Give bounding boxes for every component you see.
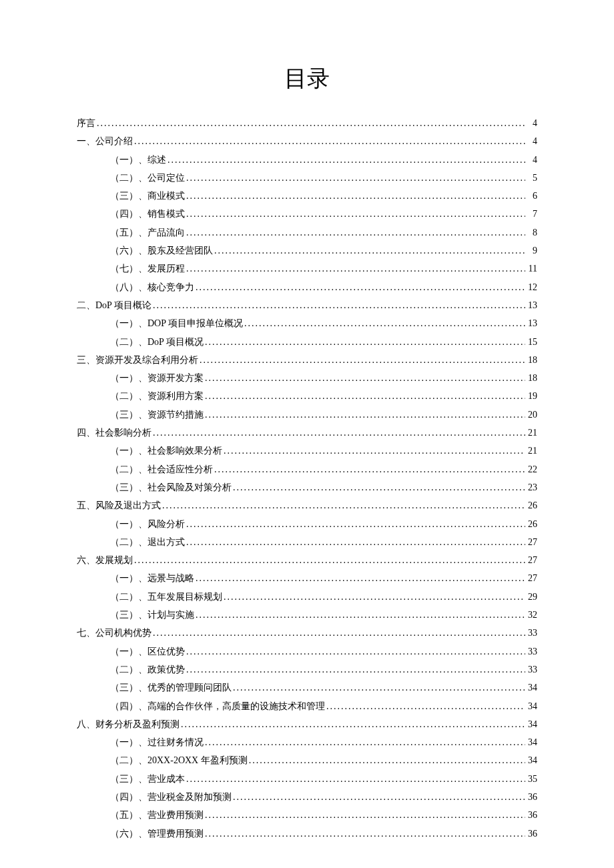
toc-entry-page: 9 — [525, 242, 537, 260]
toc-entry: 四、社会影响分析21 — [77, 424, 537, 442]
toc-leader-dots — [204, 387, 525, 405]
toc-entry-label: （二）、20XX-2OXX 年盈利预测 — [110, 751, 248, 769]
toc-entry-label: （一）、综述 — [110, 151, 166, 169]
toc-entry-label: 四、社会影响分析 — [77, 424, 151, 442]
toc-entry-page: 29 — [525, 588, 537, 606]
toc-entry-label: （二）、五年发展目标规划 — [110, 588, 222, 606]
toc-entry-page: 23 — [525, 478, 537, 496]
toc-entry: （五）、产品流向8 — [77, 224, 537, 242]
toc-entry-label: 一、公司介绍 — [77, 132, 133, 150]
toc-entry-label: （六）、股东及经营团队 — [110, 242, 213, 260]
toc-entry-label: （五）、营业费用预测 — [110, 806, 204, 824]
toc-entry: 二、DoP 项目概论13 — [77, 296, 537, 314]
toc-entry: （一）、社会影响效果分析21 — [77, 442, 537, 460]
toc-entry: 三、资源开发及综合利用分析18 — [77, 351, 537, 369]
toc-entry: （二）、20XX-2OXX 年盈利预测34 — [77, 751, 537, 769]
toc-entry-page: 34 — [525, 715, 537, 733]
toc-leader-dots — [151, 424, 525, 442]
toc-entry: （七）、发展历程11 — [77, 260, 537, 278]
toc-entry-page: 35 — [525, 770, 537, 788]
page-title: 目录 — [77, 63, 537, 94]
toc-entry: （六）、股东及经营团队9 — [77, 242, 537, 260]
toc-entry-page: 4 — [525, 132, 537, 150]
toc-entry: 一、公司介绍4 — [77, 132, 537, 150]
toc-entry: （三）、营业成本35 — [77, 770, 537, 788]
toc-entry-page: 4 — [525, 151, 537, 169]
toc-leader-dots — [161, 496, 525, 514]
toc-entry-page: 20 — [525, 406, 537, 424]
toc-entry-label: （一）、DOP 项目申报单位概况 — [110, 314, 243, 332]
toc-leader-dots — [213, 242, 525, 260]
toc-leader-dots — [151, 624, 525, 642]
toc-entry-page: 27 — [525, 551, 537, 569]
toc-leader-dots — [232, 679, 525, 697]
toc-entry-page: 36 — [525, 788, 537, 806]
toc-entry: （一）、过往财务情况34 — [77, 733, 537, 751]
toc-entry: （一）、风险分析26 — [77, 515, 537, 533]
toc-entry-page: 18 — [525, 369, 537, 387]
toc-entry-page: 34 — [525, 751, 537, 769]
toc-leader-dots — [194, 606, 525, 624]
toc-entry: （三）、商业模式6 — [77, 187, 537, 205]
toc-entry-label: （一）、资源开发方案 — [110, 369, 204, 387]
toc-entry: （二）、政策优势33 — [77, 661, 537, 679]
toc-entry: （二）、公司定位5 — [77, 169, 537, 187]
toc-entry: （六）、管理费用预测36 — [77, 825, 537, 843]
toc-entry-label: （八）、核心竞争力 — [110, 278, 194, 296]
toc-entry-label: （四）、销售模式 — [110, 205, 185, 223]
toc-leader-dots — [243, 314, 525, 332]
toc-entry-label: （二）、公司定位 — [110, 169, 185, 187]
toc-entry-label: 三、资源开发及综合利用分析 — [77, 351, 198, 369]
toc-entry-page: 34 — [525, 733, 537, 751]
toc-entry-page: 6 — [525, 187, 537, 205]
toc-leader-dots — [204, 333, 525, 351]
toc-entry-label: 七、公司机构优势 — [77, 624, 151, 642]
toc-leader-dots — [185, 515, 525, 533]
toc-entry-page: 15 — [525, 333, 537, 351]
toc-entry-page: 33 — [525, 661, 537, 679]
toc-entry: 序言4 — [77, 114, 537, 132]
toc-entry-label: 序言 — [77, 114, 95, 132]
toc-entry-label: （一）、风险分析 — [110, 515, 185, 533]
toc-entry: 六、发展规划27 — [77, 551, 537, 569]
toc-entry-label: （三）、营业成本 — [110, 770, 185, 788]
toc-leader-dots — [248, 751, 525, 769]
toc-entry: （三）、优秀的管理顾问团队34 — [77, 679, 537, 697]
toc-entry: 八、财务分析及盈利预测34 — [77, 715, 537, 733]
toc-leader-dots — [204, 406, 525, 424]
toc-leader-dots — [166, 151, 525, 169]
toc-entry: （四）、营业税金及附加预测36 — [77, 788, 537, 806]
toc-leader-dots — [151, 296, 525, 314]
toc-leader-dots — [204, 825, 525, 843]
toc-entry-label: （三）、资源节约措施 — [110, 406, 204, 424]
toc-leader-dots — [185, 205, 525, 223]
toc-entry-label: （一）、过往财务情况 — [110, 733, 204, 751]
toc-entry-page: 5 — [525, 169, 537, 187]
toc-entry-page: 27 — [525, 569, 537, 587]
toc-leader-dots — [95, 114, 525, 132]
toc-entry-label: 五、风险及退出方式 — [77, 496, 161, 514]
toc-entry: （二）、资源利用方案19 — [77, 387, 537, 405]
toc-leader-dots — [185, 169, 525, 187]
toc-entry: （八）、核心竞争力12 — [77, 278, 537, 296]
toc-entry: 七、公司机构优势33 — [77, 624, 537, 642]
toc-entry-page: 11 — [525, 260, 537, 278]
toc-entry-page: 32 — [525, 606, 537, 624]
toc-entry-page: 8 — [525, 224, 537, 242]
toc-entry-label: （二）、社会适应性分析 — [110, 460, 213, 478]
toc-entry-label: 六、发展规划 — [77, 551, 133, 569]
toc-entry-page: 36 — [525, 825, 537, 843]
toc-leader-dots — [204, 733, 525, 751]
toc-entry-page: 21 — [525, 442, 537, 460]
toc-leader-dots — [213, 460, 525, 478]
toc-entry-page: 12 — [525, 278, 537, 296]
toc-entry-label: （五）、产品流向 — [110, 224, 185, 242]
toc-leader-dots — [232, 478, 525, 496]
toc-entry-page: 34 — [525, 697, 537, 715]
toc-entry: （四）、高端的合作伙伴，高质量的设施技术和管理34 — [77, 697, 537, 715]
toc-entry-label: （二）、退出方式 — [110, 533, 185, 551]
toc-entry-label: （二）、政策优势 — [110, 661, 185, 679]
toc-entry: （二）、五年发展目标规划29 — [77, 588, 537, 606]
toc-entry-page: 19 — [525, 387, 537, 405]
toc-leader-dots — [185, 661, 525, 679]
